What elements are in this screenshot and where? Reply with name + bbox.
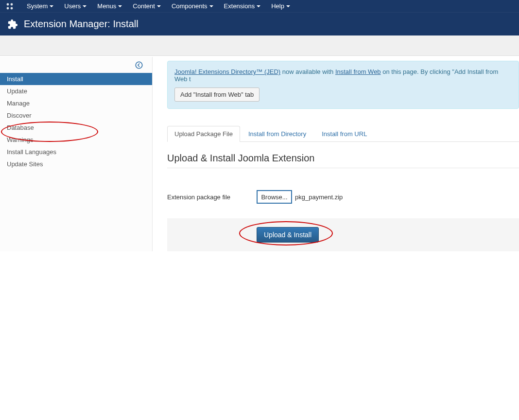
jed-link[interactable]: Joomla! Extensions Directory™ (JED) bbox=[174, 68, 280, 75]
sidebar-item-install-languages[interactable]: Install Languages bbox=[0, 146, 152, 158]
menu-system[interactable]: System bbox=[22, 1, 58, 11]
sidebar-item-update[interactable]: Update bbox=[0, 85, 152, 97]
upload-install-button[interactable]: Upload & Install bbox=[257, 227, 319, 243]
puzzle-piece-icon bbox=[7, 19, 18, 30]
sidebar-item-install[interactable]: Install bbox=[0, 73, 152, 85]
chevron-down-icon bbox=[157, 5, 161, 7]
sidebar: Install Update Manage Discover Database … bbox=[0, 57, 153, 251]
sidebar-item-update-sites[interactable]: Update Sites bbox=[0, 158, 152, 170]
chevron-down-icon bbox=[83, 5, 86, 7]
menu-menus[interactable]: Menus bbox=[92, 1, 127, 11]
chevron-down-icon bbox=[257, 5, 260, 7]
svg-point-1 bbox=[11, 3, 13, 5]
selected-filename: pkg_payment.zip bbox=[295, 193, 343, 201]
svg-point-4 bbox=[136, 62, 142, 69]
sidebar-item-database[interactable]: Database bbox=[0, 122, 152, 134]
add-install-from-web-button[interactable]: Add "Install from Web" tab bbox=[174, 88, 260, 102]
action-bar: Upload & Install bbox=[167, 218, 519, 251]
info-alert: Joomla! Extensions Directory™ (JED) now … bbox=[167, 61, 519, 109]
chevron-down-icon bbox=[50, 5, 53, 7]
divider bbox=[167, 168, 519, 168]
chevron-down-icon bbox=[118, 5, 122, 7]
collapse-left-icon[interactable] bbox=[135, 61, 143, 71]
svg-point-3 bbox=[11, 7, 13, 9]
page-header: Extension Manager: Install bbox=[0, 12, 519, 35]
tab-upload-package-file[interactable]: Upload Package File bbox=[167, 126, 240, 142]
tabs: Upload Package File Install from Directo… bbox=[167, 126, 519, 142]
svg-point-0 bbox=[7, 3, 9, 5]
sidebar-item-discover[interactable]: Discover bbox=[0, 109, 152, 122]
menu-extensions[interactable]: Extensions bbox=[219, 1, 266, 11]
top-menu: System Users Menus Content Components Ex… bbox=[22, 1, 295, 11]
menu-help[interactable]: Help bbox=[266, 1, 295, 11]
tab-install-from-url[interactable]: Install from URL bbox=[314, 126, 374, 141]
form-row-package-file: Extension package file Browse... pkg_pay… bbox=[167, 190, 519, 204]
chevron-down-icon bbox=[209, 5, 213, 7]
sidebar-item-manage[interactable]: Manage bbox=[0, 97, 152, 109]
browse-button[interactable]: Browse... bbox=[257, 190, 292, 204]
main-content: Joomla! Extensions Directory™ (JED) now … bbox=[153, 56, 519, 256]
page-title: Extension Manager: Install bbox=[24, 18, 138, 30]
install-from-web-link[interactable]: Install from Web bbox=[335, 68, 381, 75]
package-file-label: Extension package file bbox=[167, 193, 257, 201]
menu-components[interactable]: Components bbox=[167, 1, 218, 11]
top-menu-bar: System Users Menus Content Components Ex… bbox=[0, 0, 519, 12]
toolbar-area bbox=[0, 35, 519, 56]
svg-point-2 bbox=[7, 7, 9, 9]
chevron-down-icon bbox=[286, 5, 290, 7]
menu-users[interactable]: Users bbox=[59, 1, 91, 11]
menu-content[interactable]: Content bbox=[128, 1, 166, 11]
tab-install-from-directory[interactable]: Install from Directory bbox=[241, 126, 313, 141]
sidebar-item-warnings[interactable]: Warnings bbox=[0, 134, 152, 146]
joomla-logo-icon[interactable] bbox=[5, 1, 15, 11]
panel-title: Upload & Install Joomla Extension bbox=[167, 153, 519, 164]
